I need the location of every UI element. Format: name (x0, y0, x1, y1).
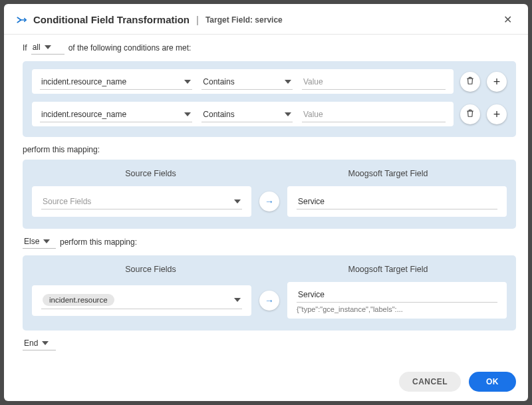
source-fields-header: Source Fields (32, 169, 269, 178)
mapping-headers: Source Fields Moogsoft Target Field (32, 265, 507, 274)
quantifier-value: all (33, 43, 41, 52)
quantifier-select[interactable]: all (31, 41, 65, 55)
target-field-header: Moogsoft Target Field (269, 265, 507, 274)
condition-card: incident.resource_name Contains Value (32, 69, 454, 94)
chevron-down-icon (43, 239, 50, 243)
end-label: End (24, 338, 38, 348)
delete-condition-button[interactable] (460, 72, 480, 92)
source-fields-select[interactable]: incident.resource (41, 291, 242, 309)
source-fields-header: Source Fields (32, 265, 269, 274)
arrow-right-icon: → (259, 192, 279, 211)
target-field-label: Target Field: service (205, 15, 283, 25)
condition-value-input[interactable]: Value (302, 74, 446, 90)
dialog-body: If all of the following conditions are m… (4, 35, 528, 366)
else-select[interactable]: Else (23, 235, 56, 249)
chevron-down-icon (285, 80, 291, 84)
condition-row: incident.resource_name Contains Value (32, 69, 507, 94)
source-fields-card: incident.resource (32, 285, 251, 316)
chevron-down-icon (45, 45, 51, 49)
perform-mapping-label: perform this mapping: (23, 145, 516, 154)
if-prefix: If (23, 43, 27, 53)
close-button[interactable]: ✕ (499, 12, 516, 27)
ok-button[interactable]: OK (469, 372, 516, 392)
trash-icon (466, 76, 475, 87)
end-select[interactable]: End (23, 337, 56, 350)
arrow-right-icon: → (259, 291, 279, 311)
mapping-row: Source Fields → Service (32, 186, 507, 217)
condition-operator-select[interactable]: Contains (201, 107, 293, 122)
add-condition-button[interactable]: + (487, 72, 507, 92)
trash-icon (466, 108, 475, 120)
chevron-down-icon (234, 298, 241, 302)
else-suffix: perform this mapping: (60, 237, 137, 247)
target-field-card: Service (287, 186, 507, 217)
else-label: Else (24, 237, 39, 246)
condition-row: incident.resource_name Contains Value (32, 102, 507, 126)
merge-icon (16, 14, 28, 26)
cancel-button[interactable]: CANCEL (399, 372, 461, 392)
chevron-down-icon (184, 112, 191, 116)
condition-value-input[interactable]: Value (302, 107, 446, 122)
target-field-preview: {"type":"gce_instance","labels":... (297, 305, 497, 313)
else-mapping-panel: Source Fields Moogsoft Target Field inci… (23, 255, 516, 331)
chevron-down-icon (184, 80, 191, 84)
dialog: Conditional Field Transformation | Targe… (4, 4, 528, 401)
if-clause: If all of the following conditions are m… (23, 41, 516, 55)
chevron-down-icon (42, 341, 49, 345)
target-field-display: Service (297, 287, 497, 303)
else-clause: Else perform this mapping: (23, 235, 516, 249)
dialog-header: Conditional Field Transformation | Targe… (4, 4, 528, 35)
source-field-chip: incident.resource (43, 294, 114, 306)
plus-icon: + (493, 76, 501, 88)
conditions-panel: incident.resource_name Contains Value (23, 61, 516, 137)
delete-condition-button[interactable] (460, 104, 480, 124)
condition-card: incident.resource_name Contains Value (32, 102, 454, 126)
source-fields-select[interactable]: Source Fields (41, 194, 242, 209)
chevron-down-icon (285, 112, 291, 116)
condition-field-select[interactable]: incident.resource_name (40, 74, 192, 90)
condition-operator-select[interactable]: Contains (201, 74, 293, 90)
chevron-down-icon (234, 200, 241, 203)
if-mapping-panel: Source Fields Moogsoft Target Field Sour… (23, 160, 516, 229)
source-fields-card: Source Fields (32, 186, 251, 217)
mapping-headers: Source Fields Moogsoft Target Field (32, 169, 507, 178)
title-divider: | (196, 14, 199, 25)
target-field-header: Moogsoft Target Field (269, 169, 507, 178)
if-suffix: of the following conditions are met: (68, 43, 192, 53)
plus-icon: + (493, 108, 501, 120)
target-field-card: Service {"type":"gce_instance","labels":… (287, 282, 507, 319)
dialog-footer: CANCEL OK (4, 366, 528, 401)
dialog-title: Conditional Field Transformation (33, 14, 190, 25)
target-field-display: Service (297, 194, 497, 209)
end-clause: End (23, 337, 516, 350)
condition-field-select[interactable]: incident.resource_name (40, 107, 192, 122)
mapping-row: incident.resource → Service {"type":"gce… (32, 282, 507, 319)
add-condition-button[interactable]: + (487, 104, 507, 124)
